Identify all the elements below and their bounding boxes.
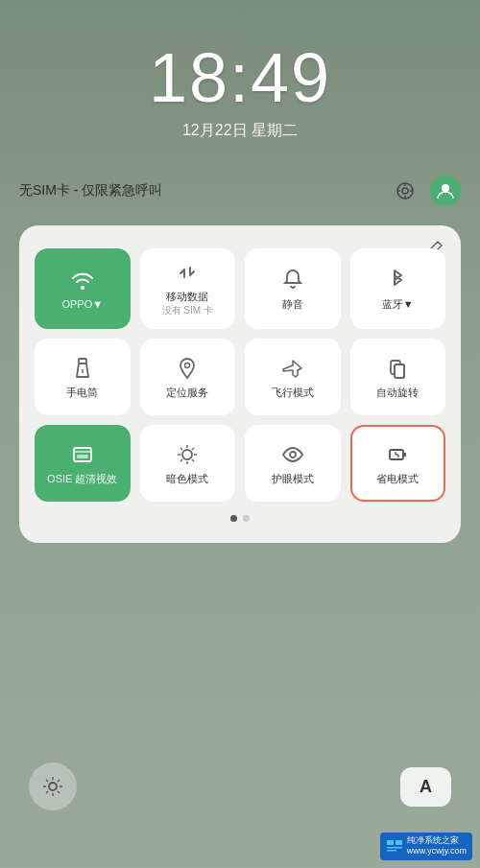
airplane-tile[interactable]: 飞行模式 — [245, 339, 341, 415]
bell-icon — [280, 268, 305, 293]
wifi-icon — [70, 268, 95, 293]
rotation-label: 自动旋转 — [376, 386, 419, 399]
bottom-bar: A — [19, 762, 461, 810]
osie-label: OSIE 超清视效 — [47, 472, 117, 485]
svg-rect-11 — [395, 364, 404, 378]
svg-point-6 — [442, 184, 449, 192]
status-icons — [390, 176, 461, 206]
brightness-button[interactable] — [29, 762, 77, 810]
status-bar: 无SIM卡 - 仅限紧急呼叫 — [0, 160, 480, 222]
bluetooth-tile[interactable]: 蓝牙▼ — [350, 248, 446, 329]
rotation-icon — [385, 356, 410, 381]
svg-point-1 — [402, 188, 408, 194]
svg-line-21 — [180, 448, 182, 450]
flashlight-tile[interactable]: 手电筒 — [35, 339, 131, 415]
watermark: 纯净系统之家 www.ycwjy.com — [380, 833, 472, 860]
svg-line-22 — [192, 459, 194, 461]
bluetooth-label: 蓝牙▼ — [382, 297, 414, 311]
svg-rect-15 — [77, 455, 88, 458]
airplane-icon — [280, 356, 305, 381]
battery-icon — [385, 442, 410, 467]
mobile-data-label: 移动数据 — [166, 290, 208, 303]
svg-line-24 — [192, 448, 194, 450]
rotation-tile[interactable]: 自动旋转 — [350, 339, 446, 415]
wifi-label: OPPO▼ — [61, 297, 103, 311]
svg-point-25 — [290, 452, 296, 457]
flashlight-label: 手电筒 — [66, 386, 98, 399]
page-dot-1[interactable] — [230, 515, 237, 522]
dark-mode-icon — [175, 442, 200, 467]
battery-saver-tile[interactable]: 省电模式 — [350, 425, 446, 502]
avatar-button[interactable] — [430, 176, 461, 206]
mobile-data-icon — [175, 260, 200, 285]
eye-care-label: 护眼模式 — [272, 472, 314, 485]
osie-icon — [70, 442, 95, 467]
svg-point-31 — [49, 783, 57, 790]
date-display: 12月22日 星期二 — [149, 121, 331, 141]
battery-saver-label: 省电模式 — [376, 472, 419, 485]
time-display: 18:49 — [149, 38, 331, 117]
airplane-label: 飞行模式 — [272, 386, 314, 399]
page-indicators — [35, 515, 445, 522]
sim-status: 无SIM卡 - 仅限紧急呼叫 — [19, 182, 162, 199]
watermark-icon — [386, 839, 403, 853]
eye-icon — [280, 442, 305, 467]
svg-rect-44 — [387, 850, 396, 852]
tiles-grid: OPPO▼ 移动数据 没有 SIM 卡 — [35, 248, 445, 502]
eye-care-tile[interactable]: 护眼模式 — [245, 425, 341, 502]
watermark-text: 纯净系统之家 www.ycwjy.com — [407, 835, 467, 857]
osie-tile[interactable]: OSIE 超清视效 — [35, 425, 131, 502]
svg-line-37 — [58, 791, 60, 793]
svg-rect-7 — [79, 359, 86, 364]
wifi-tile[interactable]: OPPO▼ — [35, 248, 131, 329]
svg-rect-43 — [387, 847, 402, 849]
svg-line-39 — [58, 780, 60, 782]
silent-label: 静音 — [282, 297, 303, 311]
svg-rect-42 — [396, 840, 402, 845]
quick-panel: OPPO▼ 移动数据 没有 SIM 卡 — [19, 225, 461, 543]
location-tile[interactable]: 定位服务 — [140, 339, 236, 415]
font-button[interactable]: A — [400, 767, 451, 807]
svg-line-23 — [180, 459, 182, 461]
flashlight-icon — [70, 356, 95, 381]
svg-rect-27 — [403, 453, 406, 457]
lock-screen: 18:49 12月22日 星期二 无SIM卡 - 仅限紧急呼叫 — [0, 0, 480, 868]
svg-point-9 — [185, 363, 190, 367]
bluetooth-icon — [385, 268, 410, 293]
dark-mode-label: 暗色模式 — [166, 472, 208, 485]
time-section: 18:49 12月22日 星期二 — [149, 38, 331, 141]
scan-button[interactable] — [390, 176, 420, 206]
location-icon — [175, 356, 200, 381]
mobile-data-sublabel: 没有 SIM 卡 — [162, 304, 213, 317]
svg-point-16 — [182, 450, 192, 459]
location-label: 定位服务 — [166, 386, 208, 399]
svg-rect-41 — [387, 840, 394, 845]
silent-tile[interactable]: 静音 — [245, 248, 341, 329]
svg-line-38 — [46, 791, 48, 793]
mobile-data-tile[interactable]: 移动数据 没有 SIM 卡 — [140, 248, 236, 329]
page-dot-2[interactable] — [243, 515, 250, 522]
dark-mode-tile[interactable]: 暗色模式 — [140, 425, 236, 502]
svg-line-36 — [46, 780, 48, 782]
